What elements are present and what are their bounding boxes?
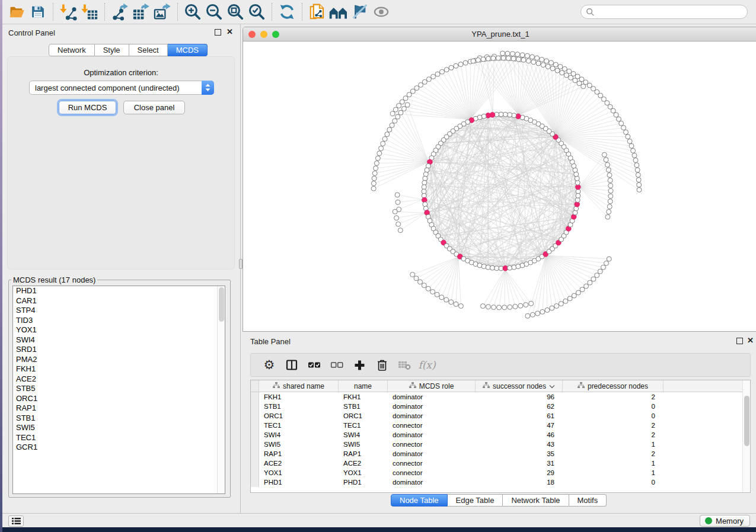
mcds-result-item[interactable]: PHD1 (13, 286, 225, 296)
deselect-all-button[interactable] (326, 355, 348, 374)
add-column-button[interactable] (348, 355, 371, 374)
zoom-fit-button[interactable] (225, 2, 246, 22)
row-header-cell (251, 421, 259, 430)
network-window-titlebar[interactable]: YPA_prune.txt_1 (243, 27, 756, 41)
tab-mcds[interactable]: MCDS (168, 44, 208, 56)
mcds-result-item[interactable]: TID3 (13, 316, 225, 326)
search-input[interactable] (595, 6, 747, 18)
network-canvas[interactable] (243, 41, 756, 331)
cell: 2 (563, 450, 664, 457)
table-scrollbar-thumb[interactable] (744, 396, 749, 446)
search-input-wrapper (580, 5, 748, 19)
table-panel-close-button[interactable]: ✕ (747, 336, 754, 345)
toolbar-separator (104, 3, 105, 21)
table-row[interactable]: SWI5SWI5connector431 (251, 440, 742, 449)
criterion-dropdown[interactable]: largest connected component (undirected) (29, 81, 214, 95)
cell: dominator (388, 450, 476, 457)
control-panel-float-button[interactable] (215, 29, 221, 36)
refresh-view-button[interactable] (276, 2, 298, 22)
table-row[interactable]: FKH1FKH1dominator962 (251, 392, 742, 402)
cell: PHD1 (339, 479, 388, 486)
mcds-panel: Optimization criterion: largest connecte… (7, 56, 235, 270)
first-neighbors-button[interactable] (328, 2, 349, 22)
delete-table-button[interactable] (393, 355, 416, 374)
mcds-result-item[interactable]: YOX1 (13, 325, 225, 335)
show-hidden-button[interactable] (371, 2, 392, 22)
delete-column-button[interactable] (371, 355, 393, 374)
import-network-button[interactable] (58, 2, 79, 22)
open-file-button[interactable] (6, 2, 27, 22)
column-header-successor-nodes[interactable]: successor nodes (476, 380, 563, 392)
import-table-button[interactable] (79, 2, 100, 22)
mcds-result-item[interactable]: GCR1 (13, 443, 225, 453)
share-document-button[interactable] (307, 2, 328, 22)
save-session-button[interactable] (27, 2, 49, 22)
export-image-button[interactable] (152, 2, 173, 22)
mcds-list-scrollbar[interactable] (217, 286, 225, 493)
table-row[interactable]: TEC1TEC1connector472 (251, 421, 742, 430)
window-zoom-traffic-light[interactable] (272, 31, 279, 38)
mcds-result-item[interactable]: PMA2 (13, 355, 225, 365)
tab-motifs[interactable]: Motifs (569, 494, 607, 507)
mcds-result-item[interactable]: STP4 (13, 306, 225, 316)
network-graph[interactable] (243, 41, 756, 331)
zoom-selected-button[interactable] (246, 2, 267, 22)
cell: 0 (563, 479, 664, 486)
zoom-in-button[interactable] (182, 2, 203, 22)
table-row[interactable]: ACE2ACE2connector311 (251, 459, 742, 468)
mcds-result-item[interactable]: FKH1 (13, 364, 225, 374)
column-header-predecessor-nodes[interactable]: predecessor nodes (563, 380, 664, 392)
show-columns-button[interactable] (280, 355, 303, 374)
function-builder-button[interactable]: f(x) (416, 355, 438, 374)
table-row[interactable]: YOX1YOX1connector291 (251, 468, 742, 477)
show-hidden-eye-icon (372, 4, 391, 20)
column-type-icon (273, 382, 280, 390)
table-row[interactable]: SWI4SWI4dominator462 (251, 430, 742, 440)
table-row[interactable]: ORC1ORC1dominator610 (251, 411, 742, 421)
cell: SWI4 (259, 431, 339, 438)
zoom-out-button[interactable] (203, 2, 225, 22)
export-network-button[interactable] (109, 2, 130, 22)
mcds-result-item[interactable]: SWI4 (13, 335, 225, 345)
criterion-dropdown-value: largest connected component (undirected) (30, 84, 202, 92)
mcds-result-item[interactable]: STB1 (13, 414, 225, 424)
toolbar-separator (302, 3, 302, 21)
table-row[interactable]: PHD1PHD1dominator180 (251, 477, 742, 487)
mcds-result-list[interactable]: PHD1CAR1STP4TID3YOX1SWI4SRD1PMA2FKH1ACE2… (12, 286, 225, 494)
tab-edge-table[interactable]: Edge Table (448, 494, 503, 507)
mcds-result-item[interactable]: RAP1 (13, 403, 225, 414)
mcds-result-item[interactable]: SRD1 (13, 345, 225, 355)
export-table-button[interactable] (130, 2, 152, 22)
control-panel-close-button[interactable]: ✕ (227, 27, 233, 36)
cell: TEC1 (259, 422, 339, 429)
hide-selected-button[interactable] (349, 2, 371, 22)
close-panel-button[interactable]: Close panel (123, 101, 185, 114)
column-header-MCDS-role[interactable]: MCDS role (388, 380, 476, 392)
tab-node-table[interactable]: Node Table (391, 494, 448, 507)
table-row[interactable]: RAP1RAP1dominator352 (251, 449, 742, 459)
mcds-result-item[interactable]: STB5 (13, 384, 225, 394)
mcds-result-item[interactable]: SWI5 (13, 423, 225, 433)
tab-network-table[interactable]: Network Table (503, 494, 569, 507)
memory-button[interactable]: Memory (700, 515, 750, 527)
mcds-result-item[interactable]: ACE2 (13, 374, 225, 384)
window-close-traffic-light[interactable] (248, 31, 256, 38)
table-scrollbar[interactable] (742, 380, 750, 492)
task-history-button[interactable] (8, 515, 24, 527)
table-settings-button[interactable]: ⚙ (258, 355, 280, 374)
mcds-result-item[interactable]: CAR1 (13, 296, 225, 306)
tab-style[interactable]: Style (95, 44, 129, 56)
run-mcds-button[interactable]: Run MCDS (59, 101, 116, 114)
tab-network[interactable]: Network (49, 44, 95, 56)
window-minimize-traffic-light[interactable] (260, 31, 267, 38)
mcds-result-item[interactable]: ORC1 (13, 394, 225, 404)
mcds-result-item[interactable]: TEC1 (13, 433, 225, 443)
select-all-button[interactable] (303, 355, 326, 374)
run-mcds-label: Run MCDS (68, 103, 107, 112)
table-panel-float-button[interactable] (736, 338, 743, 344)
column-header-shared-name[interactable]: shared name (259, 380, 339, 392)
table-row[interactable]: STB1STB1dominator620 (251, 402, 742, 411)
tab-select[interactable]: Select (129, 44, 168, 56)
column-header-name[interactable]: name (339, 380, 388, 392)
network-view-window: YPA_prune.txt_1 (243, 27, 756, 332)
